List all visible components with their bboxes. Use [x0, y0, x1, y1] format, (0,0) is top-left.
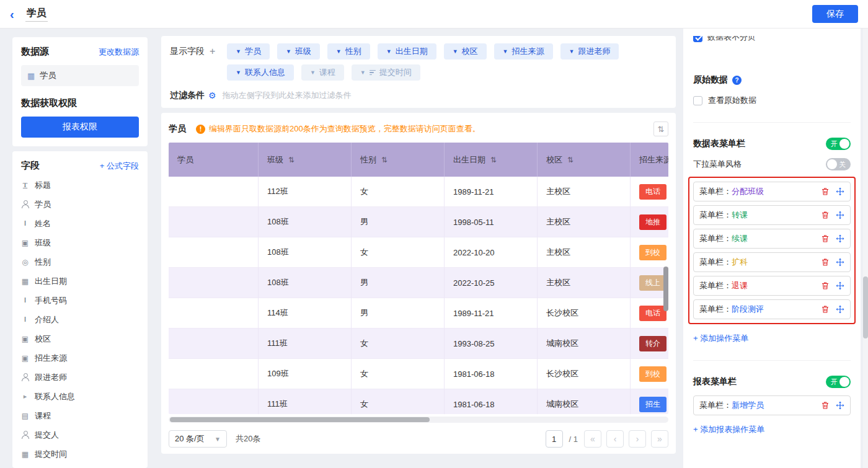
add-report-menu-link[interactable]: + 添加报表操作菜单: [693, 424, 764, 435]
prev-page-button[interactable]: ‹: [606, 430, 624, 448]
report-permission-button[interactable]: 报表权限: [21, 117, 139, 138]
menu-item-row[interactable]: 菜单栏： 续课: [693, 229, 851, 249]
add-menu-link[interactable]: + 添加操作菜单: [693, 333, 748, 344]
cell-gender: 男: [352, 207, 445, 237]
field-chip[interactable]: ▼学员: [227, 43, 270, 60]
column-header[interactable]: 招生来源: [631, 143, 668, 177]
delete-icon[interactable]: [821, 211, 830, 219]
column-sort-icon[interactable]: ⇅: [381, 156, 388, 164]
table-menu-toggle[interactable]: 开: [826, 138, 851, 150]
field-chip[interactable]: ▼课程: [301, 64, 344, 81]
move-icon[interactable]: [836, 401, 844, 410]
delete-icon[interactable]: [821, 258, 830, 267]
dropdown-style-toggle[interactable]: 关: [826, 158, 851, 170]
column-sort-icon[interactable]: ⇅: [490, 156, 497, 164]
field-item[interactable]: 校区: [21, 329, 139, 348]
field-chip[interactable]: ▼联系人信息: [227, 64, 294, 81]
sort-settings-icon[interactable]: ⇅: [653, 121, 668, 136]
field-chip[interactable]: ▼校区: [444, 43, 487, 60]
delete-icon[interactable]: [821, 234, 830, 243]
column-sort-icon[interactable]: ⇅: [288, 156, 294, 164]
datasource-item[interactable]: ▦ 学员: [21, 65, 139, 86]
delete-icon[interactable]: [821, 401, 830, 410]
next-page-button[interactable]: ›: [629, 430, 646, 448]
field-item[interactable]: 出生日期: [21, 272, 139, 291]
cell-student: [169, 177, 259, 207]
delete-icon[interactable]: [821, 281, 830, 290]
field-item[interactable]: 课程: [21, 406, 139, 425]
field-item[interactable]: 招生来源: [21, 348, 139, 368]
column-header[interactable]: 校区⇅: [538, 143, 631, 177]
window-scrollbar[interactable]: [863, 29, 868, 468]
menu-item-row[interactable]: 菜单栏： 扩科: [693, 252, 851, 272]
checkbox-icon[interactable]: [693, 96, 702, 105]
help-icon[interactable]: ?: [732, 76, 742, 85]
vertical-scrollbar[interactable]: [663, 267, 668, 311]
field-item[interactable]: 学员: [21, 195, 139, 214]
current-page-box[interactable]: 1: [546, 430, 563, 448]
first-page-button[interactable]: «: [584, 430, 601, 448]
column-header[interactable]: 学员: [169, 143, 259, 177]
menu-item-row[interactable]: 菜单栏： 退课: [693, 276, 851, 296]
source-badge: 转介: [639, 336, 666, 351]
horizontal-scrollbar[interactable]: [169, 417, 668, 423]
menu-name: 转课: [732, 210, 748, 221]
field-item[interactable]: 性别: [21, 252, 139, 272]
cell-source: 到校: [631, 359, 668, 389]
delete-icon[interactable]: [821, 305, 830, 314]
add-field-icon[interactable]: +: [210, 46, 215, 57]
column-header[interactable]: 出生日期⇅: [445, 143, 538, 177]
fields-title: 字段: [21, 160, 40, 172]
field-chip[interactable]: ▼性别: [327, 43, 370, 60]
view-raw-data-checkbox-row[interactable]: 查看原始数据: [693, 95, 851, 106]
page-size-select[interactable]: 20 条/页 ▼: [169, 430, 227, 448]
cell-birthday: 2022-10-20: [445, 237, 538, 268]
column-header[interactable]: 班级⇅: [259, 143, 352, 177]
field-item[interactable]: 班级: [21, 233, 139, 252]
move-icon[interactable]: [836, 305, 844, 314]
clipped-setting-label: 数据表不分页: [707, 36, 756, 43]
menu-item-row[interactable]: 菜单栏： 分配班级: [693, 182, 851, 201]
menu-item-row[interactable]: 菜单栏： 新增学员: [693, 395, 851, 415]
move-icon[interactable]: [836, 258, 844, 267]
column-sort-icon[interactable]: ⇅: [567, 156, 574, 164]
cell-gender: 女: [352, 237, 445, 268]
chevron-down-icon: ▼: [336, 49, 342, 55]
cell-birthday: 2022-10-25: [445, 268, 538, 298]
report-menu-toggle[interactable]: 开: [826, 376, 851, 388]
field-item[interactable]: 跟进老师: [21, 368, 139, 387]
field-item[interactable]: 提交时间: [21, 444, 139, 464]
field-item[interactable]: 介绍人: [21, 310, 139, 329]
delete-icon[interactable]: [821, 187, 830, 196]
page-title[interactable]: 学员: [25, 7, 48, 22]
move-icon[interactable]: [836, 211, 844, 219]
field-item[interactable]: 姓名: [21, 214, 139, 233]
top-bar: ‹ 学员 保存: [0, 0, 868, 29]
field-chip[interactable]: ▼班级: [277, 43, 320, 60]
save-button[interactable]: 保存: [812, 5, 858, 23]
field-chip[interactable]: ▼提交时间: [352, 64, 420, 81]
field-item[interactable]: 手机号码: [21, 291, 139, 310]
menu-item-row[interactable]: 菜单栏： 转课: [693, 205, 851, 225]
menu-item-row[interactable]: 菜单栏： 阶段测评: [693, 299, 851, 319]
field-chip[interactable]: ▼招生来源: [494, 43, 553, 60]
horizontal-scrollbar-thumb[interactable]: [170, 417, 430, 422]
back-icon[interactable]: ‹: [10, 8, 14, 20]
field-item[interactable]: 联系人信息: [21, 387, 139, 406]
move-icon[interactable]: [836, 187, 844, 196]
move-icon[interactable]: [836, 234, 844, 243]
change-datasource-link[interactable]: 更改数据源: [99, 46, 139, 58]
field-chip[interactable]: ▼跟进老师: [560, 43, 619, 60]
formula-field-link[interactable]: + 公式字段: [100, 161, 139, 172]
source-badge: 到校: [639, 245, 666, 260]
column-header[interactable]: 性别⇅: [352, 143, 445, 177]
move-icon[interactable]: [836, 281, 844, 290]
checkbox-checked-icon[interactable]: [693, 36, 702, 42]
last-page-button[interactable]: »: [651, 430, 668, 448]
cell-campus: 城南校区: [538, 329, 631, 359]
gear-icon[interactable]: ⚙: [208, 91, 216, 100]
field-item[interactable]: 标题: [21, 175, 139, 195]
window-scrollbar-thumb[interactable]: [863, 276, 868, 338]
field-item[interactable]: 提交人: [21, 425, 139, 444]
field-chip[interactable]: ▼出生日期: [378, 43, 436, 60]
